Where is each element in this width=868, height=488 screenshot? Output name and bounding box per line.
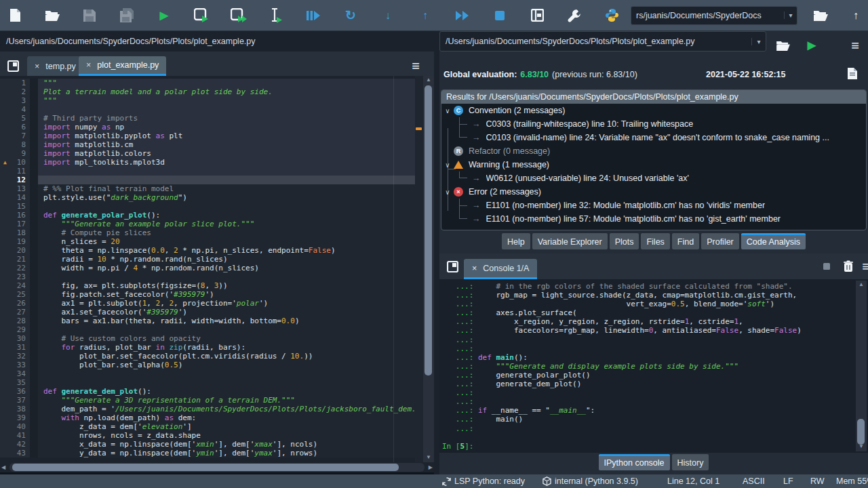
tree-message[interactable]: →C0103 (invalid-name) line 24: Variable … xyxy=(441,131,866,144)
code-line[interactable]: 5# Third party imports xyxy=(0,114,415,123)
scroll-down-icon[interactable]: ▼ xyxy=(423,453,434,462)
debug-file-icon[interactable] xyxy=(305,7,321,24)
input-prompt[interactable]: In [5]: xyxy=(442,442,473,451)
rerun-icon[interactable]: ↻ xyxy=(342,7,359,24)
code-line[interactable]: 26 ax1 = plt.subplot(1, 2, 2, projection… xyxy=(0,299,415,308)
tree-message[interactable]: →E1101 (no-member) line 57: Module 'matp… xyxy=(441,212,866,226)
run-analysis-icon[interactable]: ▶ xyxy=(803,37,821,54)
browse-tabs-icon[interactable] xyxy=(4,57,22,75)
close-icon[interactable]: × xyxy=(35,62,39,71)
chevron-down-icon[interactable]: ∨ xyxy=(441,188,454,196)
code-line[interactable]: 28 bars = ax1.bar(theta, radii, width=wi… xyxy=(0,317,415,325)
code-line[interactable]: 39 with np.load(dem_path) as dem: xyxy=(0,413,415,422)
scrollbar-handle[interactable] xyxy=(857,419,865,445)
continue-icon[interactable] xyxy=(454,7,471,24)
lsp-status[interactable]: LSP Python: ready xyxy=(442,474,525,488)
code-line[interactable]: 41 nrows, ncols = z_data.shape xyxy=(0,431,415,440)
code-line[interactable]: 37 """Generate a 3D reprisentation of a … xyxy=(0,396,415,405)
maximize-pane-icon[interactable] xyxy=(529,7,545,24)
warning-scroll-flag[interactable] xyxy=(416,127,422,130)
code-editor[interactable]: 1"""2Plot a terrain model and a polar pl… xyxy=(0,76,434,462)
scroll-left-icon[interactable]: ◀ xyxy=(1,464,5,472)
permissions-status[interactable]: RW xyxy=(810,474,825,488)
report-document-icon[interactable] xyxy=(848,68,857,79)
code-line[interactable]: 29 xyxy=(0,325,415,334)
open-file-icon[interactable] xyxy=(44,7,60,24)
code-line[interactable]: 16def generate_polar_plot(): xyxy=(0,211,415,220)
code-line[interactable]: 2Plot a terrain model and a polar plot s… xyxy=(0,87,415,96)
ipython-console[interactable]: ...: # in the rgb colors of the shaded s… xyxy=(439,279,868,453)
editor-options-menu-icon[interactable]: ≡ xyxy=(407,57,425,75)
code-line[interactable]: 8import matplotlib.cm xyxy=(0,140,415,149)
bottom-tab-history[interactable]: History xyxy=(672,454,709,470)
code-line[interactable]: 25 fig.patch.set_facecolor('#395979') xyxy=(0,290,415,299)
analysis-file-combobox[interactable]: /Users/juanis/Documents/SpyderDocs/Plots… xyxy=(439,31,766,52)
code-line[interactable]: 42 x_data = np.linspace(dem['xmin'], dem… xyxy=(0,440,415,449)
scroll-right-icon[interactable]: ▶ xyxy=(429,464,433,472)
memory-status[interactable]: Mem 55% xyxy=(836,474,868,488)
code-line[interactable]: 9import matplotlib.colors xyxy=(0,149,415,158)
stop-icon[interactable] xyxy=(492,7,508,24)
chevron-down-icon[interactable]: ▾ xyxy=(784,12,797,19)
browse-workdir-folder-icon[interactable] xyxy=(812,7,829,24)
close-icon[interactable]: × xyxy=(472,264,477,273)
code-line[interactable]: 22 width = np.pi / 4 * np.random.rand(n_… xyxy=(0,264,415,272)
tree-message[interactable]: →C0303 (trailing-whitespace) line 10: Tr… xyxy=(441,117,866,131)
code-line[interactable]: 35 xyxy=(0,378,415,387)
editor-horizontal-scrollbar[interactable]: ◀ ▶ xyxy=(0,462,434,472)
interpreter-status[interactable]: internal (Python 3.9.5) xyxy=(542,474,638,488)
tree-group-refactor[interactable]: RRefactor (0 message) xyxy=(441,144,866,158)
code-line[interactable]: 33 plot_bar.set_alpha(0.5) xyxy=(0,361,415,369)
panel-tab-help[interactable]: Help xyxy=(502,233,530,249)
chevron-down-icon[interactable]: ∨ xyxy=(441,107,454,115)
console-options-menu-icon[interactable]: ≡ xyxy=(857,258,868,275)
console-vertical-scrollbar[interactable]: ▲ ▼ xyxy=(856,281,867,451)
analysis-results-tree[interactable]: Results for /Users/juanis/Documents/Spyd… xyxy=(441,89,867,230)
panel-tab-find[interactable]: Find xyxy=(672,233,699,249)
encoding-status[interactable]: ASCII xyxy=(743,474,765,488)
save-all-icon[interactable] xyxy=(119,7,135,24)
bottom-tab-ipython-console[interactable]: IPython console xyxy=(599,454,670,470)
code-line[interactable]: 18 # Compute pie slices xyxy=(0,228,415,237)
panel-tab-variable-explorer[interactable]: Variable Explorer xyxy=(532,233,608,249)
run-cell-icon[interactable] xyxy=(193,7,210,24)
tab-plot-example-py[interactable]: × plot_example.py xyxy=(79,56,166,76)
preferences-wrench-icon[interactable] xyxy=(566,7,583,24)
code-line[interactable]: 30 # Use custom colors and opacity xyxy=(0,334,415,343)
results-header[interactable]: Results for /Users/juanis/Documents/Spyd… xyxy=(441,90,866,104)
code-line[interactable]: 34 xyxy=(0,369,415,378)
chevron-down-icon[interactable]: ▾ xyxy=(751,38,766,45)
trash-icon[interactable] xyxy=(840,257,857,274)
python-logo-icon[interactable] xyxy=(604,7,620,24)
tab-temp-py[interactable]: × temp.py xyxy=(27,56,83,76)
code-line[interactable]: 43 y_data = np.linspace(dem['ymin'], dem… xyxy=(0,449,415,458)
tree-message[interactable]: →W0612 (unused-variable) line 24: Unused… xyxy=(441,171,866,185)
code-line[interactable]: 21 radii = 10 * np.random.rand(n_slices) xyxy=(0,255,415,264)
panel-tab-files[interactable]: Files xyxy=(641,233,669,249)
new-file-icon[interactable] xyxy=(7,7,23,24)
code-line[interactable]: 27 ax1.set_facecolor('#395979') xyxy=(0,308,415,317)
save-icon[interactable] xyxy=(81,7,98,24)
code-line[interactable]: 17 """Generate an example polar slice pl… xyxy=(0,220,415,228)
step-into-icon[interactable]: ↓ xyxy=(380,7,396,24)
code-line[interactable]: 15 xyxy=(0,202,415,211)
parent-directory-up-icon[interactable]: ↑ xyxy=(848,7,864,24)
code-line[interactable]: 19 n_slices = 20 xyxy=(0,237,415,246)
analysis-browse-file-icon[interactable] xyxy=(774,37,792,54)
tree-group-convention[interactable]: ∨CConvention (2 messages) xyxy=(441,104,866,117)
tree-group-warning[interactable]: ∨Warning (1 message) xyxy=(441,158,866,171)
scroll-up-icon[interactable]: ▲ xyxy=(856,281,867,289)
code-line[interactable]: 23 xyxy=(0,272,415,281)
code-line[interactable]: 3""" xyxy=(0,96,415,105)
scrollbar-handle[interactable] xyxy=(12,464,399,471)
tree-group-error[interactable]: ∨×Error (2 messages) xyxy=(441,185,866,199)
scrollbar-handle[interactable] xyxy=(425,85,432,375)
code-line[interactable]: 1""" xyxy=(0,79,415,87)
chevron-down-icon[interactable]: ∨ xyxy=(441,161,454,169)
code-line[interactable]: 12 xyxy=(0,176,415,184)
panel-tab-code-analysis[interactable]: Code Analysis xyxy=(741,233,806,249)
code-line[interactable]: ▲10import mpl_toolkits.mplot3d xyxy=(0,158,415,167)
analysis-options-menu-icon[interactable]: ≡ xyxy=(846,37,864,54)
code-line[interactable]: 20 theta = np.linspace(0.0, 2 * np.pi, n… xyxy=(0,246,415,255)
code-line[interactable]: 11 xyxy=(0,167,415,176)
